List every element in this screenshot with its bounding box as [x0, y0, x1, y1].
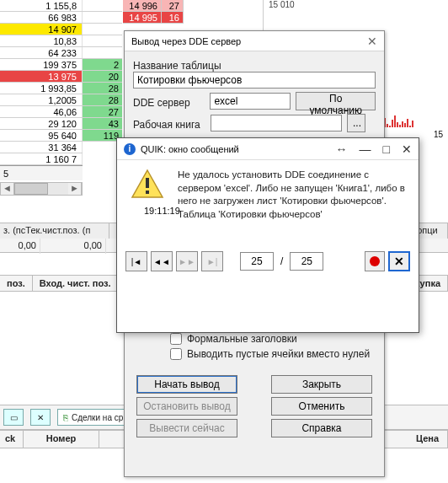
price-cell: 66 983 — [0, 12, 83, 23]
workbook-input[interactable] — [211, 115, 342, 131]
price-cell: 1 993,85 — [0, 83, 83, 94]
price-cell: 14 907 — [0, 24, 83, 35]
table-name-input[interactable] — [133, 72, 376, 89]
export-now-button: Вывести сейчас — [136, 419, 237, 437]
price-cell: 1 160 7 — [0, 153, 83, 164]
price-cell: 95 640 — [0, 130, 83, 141]
price-cell: 31 364 — [0, 142, 83, 153]
ask-cell: 16 — [162, 12, 184, 24]
dde-server-label: DDE сервер — [133, 97, 205, 109]
close-message-button[interactable]: ✕ — [388, 251, 410, 271]
horizontal-scrollbar[interactable]: ◄ ► — [0, 182, 83, 196]
workbook-label: Рабочая книга — [133, 119, 205, 131]
close-icon[interactable]: ✕ — [402, 142, 412, 156]
chart-tick-top: 15 010 — [269, 0, 295, 9]
record-button[interactable] — [365, 251, 385, 271]
dde-title: Вывод через DDE сервер — [131, 31, 241, 51]
deals-icon: ⎘ — [63, 413, 68, 422]
prev-button[interactable]: ◄◄ — [151, 251, 173, 271]
close-button[interactable]: Закрыть — [271, 375, 372, 394]
price-cell: 29 120 — [0, 118, 83, 129]
ask-column: 14 9962714 99516 — [123, 0, 184, 24]
maximize-icon[interactable]: □ — [383, 142, 390, 156]
message-time: 19:11:19 — [129, 206, 166, 216]
bid-cell: 28 — [83, 94, 122, 106]
col-header[interactable]: Номер — [24, 431, 99, 448]
col-header: ck — [0, 431, 24, 448]
ask-cell: 27 — [162, 0, 184, 12]
col-header[interactable]: Цена — [411, 431, 448, 448]
default-button[interactable]: По умолчанию — [296, 92, 376, 110]
cancel-button[interactable]: Отменить — [271, 397, 372, 416]
col-header: Вход. чист. поз. — [33, 276, 119, 291]
check-empty[interactable]: Выводить пустые ячейки вместо нулей — [170, 348, 376, 360]
price-cell: 1 155,8 — [0, 0, 83, 11]
help-button[interactable]: Справка — [271, 419, 372, 437]
chart-tick-bottom: 15 — [434, 130, 443, 139]
bg-number-column: 1 155,866 98314 90710,8364 233199 37513 … — [0, 0, 83, 180]
price-cell: 13 975 — [0, 71, 83, 82]
ask-cell: 14 996 — [123, 0, 162, 12]
svg-rect-2 — [146, 191, 149, 194]
window-tab-icon[interactable]: ▭ — [3, 409, 24, 426]
price-cell: 10,83 — [0, 35, 83, 46]
price-cell: 1,2005 — [0, 94, 83, 105]
bg-footer: 5 — [0, 165, 83, 180]
scroll-right-icon[interactable]: ► — [68, 183, 82, 195]
dde-server-input[interactable] — [210, 93, 291, 110]
bid-cell: 27 — [83, 106, 122, 118]
close-icon[interactable]: ✕ — [367, 31, 377, 51]
col-header: з. (псТек.чист.поз. (п — [0, 223, 109, 239]
quik-title: QUIK: окно сообщений — [141, 144, 239, 154]
ask-cell: 14 995 — [123, 12, 162, 24]
browse-button[interactable]: ... — [347, 114, 365, 132]
col-header: поз. — [0, 276, 33, 291]
page-current-input[interactable] — [240, 252, 274, 271]
page-separator: / — [277, 255, 286, 267]
first-button[interactable]: |◄ — [125, 251, 147, 271]
stop-export-button: Остановить вывод — [136, 397, 237, 416]
scroll-left-icon[interactable]: ◄ — [1, 183, 14, 195]
price-cell: 64 233 — [0, 47, 83, 58]
window-tab-close-icon[interactable]: ✕ — [30, 409, 51, 426]
page-total — [290, 252, 323, 271]
cell: 0,00 — [0, 239, 40, 254]
start-export-button[interactable]: Начать вывод — [136, 375, 237, 394]
cell: 0,00 — [40, 239, 106, 254]
bid-cell: 43 — [83, 118, 122, 130]
price-cell: 199 375 — [0, 59, 83, 70]
last-button: ►| — [201, 251, 223, 271]
next-button: ►► — [176, 251, 198, 271]
table-name-label: Название таблицы — [133, 60, 376, 72]
bid-cell: 20 — [83, 71, 122, 83]
window-tab[interactable]: ⎘ Сделки на ср — [57, 409, 129, 426]
scroll-thumb[interactable] — [14, 183, 48, 195]
price-cell: 46,06 — [0, 106, 83, 117]
bid-cell: 28 — [83, 83, 122, 94]
record-icon — [370, 256, 380, 266]
bid-column: 22028282743119 — [83, 0, 122, 142]
bid-cell: 2 — [83, 59, 122, 71]
quik-message-dialog: i QUIK: окно сообщений ↔ — □ ✕ 19:11:19 … — [116, 137, 419, 333]
check-formal[interactable]: Формальные заголовки — [170, 333, 376, 345]
info-icon: i — [124, 143, 136, 155]
svg-rect-1 — [146, 178, 149, 188]
minimize-icon[interactable]: — — [360, 142, 371, 156]
warning-icon: 19:11:19 — [129, 169, 166, 221]
resize-icon[interactable]: ↔ — [336, 142, 348, 156]
message-text: Не удалось установить DDE соединение с с… — [178, 169, 407, 221]
